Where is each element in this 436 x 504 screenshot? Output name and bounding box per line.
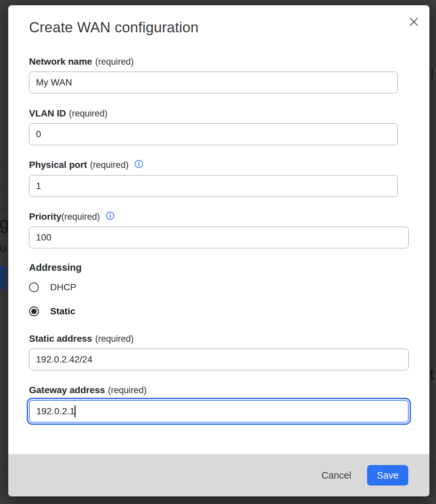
background-table-line	[429, 486, 436, 486]
required-hint: (required)	[90, 160, 129, 170]
required-hint: (required)	[61, 212, 100, 222]
background-table-line	[429, 150, 436, 150]
gateway-address-label: Gateway address (required)	[29, 385, 146, 396]
priority-label: Priority (required)	[29, 211, 114, 222]
close-icon	[409, 17, 419, 26]
radio-unselected-icon[interactable]	[29, 282, 39, 292]
background-table-line	[0, 208, 8, 209]
background-table-line	[0, 185, 8, 186]
text-cursor	[75, 405, 76, 417]
label-text: Physical port	[29, 160, 87, 170]
dialog-title: Create WAN configuration	[29, 19, 199, 36]
required-hint: (required)	[95, 334, 134, 344]
background-blue-button	[0, 266, 6, 289]
priority-input[interactable]	[29, 227, 409, 248]
create-wan-configuration-dialog: Create WAN configuration Network name (r…	[8, 5, 429, 496]
background-table-line	[0, 487, 8, 487]
background-text-fragment: g	[0, 213, 9, 233]
network-name-label: Network name (required)	[29, 56, 134, 67]
static-address-label: Static address (required)	[29, 333, 134, 344]
label-text: Priority	[29, 211, 61, 222]
background-table-line	[429, 170, 436, 170]
addressing-radio-static[interactable]: Static	[29, 306, 75, 317]
info-icon[interactable]	[106, 211, 114, 222]
save-button[interactable]: Save	[367, 465, 408, 486]
background-text-fragment: t	[430, 365, 434, 383]
radio-label: Static	[50, 306, 75, 317]
cancel-button[interactable]: Cancel	[313, 465, 359, 486]
background-text-fragment: u	[0, 241, 6, 255]
required-hint: (required)	[108, 385, 146, 395]
vlan-id-input[interactable]	[29, 123, 398, 145]
network-name-input[interactable]	[29, 72, 398, 93]
required-hint: (required)	[95, 57, 134, 67]
close-button[interactable]	[406, 14, 422, 30]
gateway-address-input[interactable]	[29, 400, 409, 423]
addressing-heading: Addressing	[29, 262, 82, 273]
gateway-address-input-wrapper	[29, 400, 409, 423]
label-text: VLAN ID	[29, 108, 66, 119]
info-icon[interactable]	[135, 160, 143, 171]
addressing-radio-dhcp[interactable]: DHCP	[29, 282, 76, 293]
label-text: Gateway address	[29, 385, 105, 395]
static-address-input[interactable]	[29, 349, 409, 370]
physical-port-label: Physical port (required)	[29, 159, 143, 171]
vlan-id-label: VLAN ID (required)	[29, 108, 108, 119]
label-text: Network name	[29, 56, 92, 67]
background-table-line	[429, 463, 436, 464]
radio-label: DHCP	[50, 282, 76, 293]
radio-selected-icon[interactable]	[29, 306, 39, 316]
background-table-line	[0, 162, 8, 162]
physical-port-input[interactable]	[29, 175, 398, 197]
background-text-fragment: l	[431, 67, 434, 81]
dialog-footer: Cancel Save	[8, 454, 429, 496]
background-table-line	[0, 464, 8, 464]
label-text: Static address	[29, 333, 92, 344]
required-hint: (required)	[69, 109, 108, 119]
